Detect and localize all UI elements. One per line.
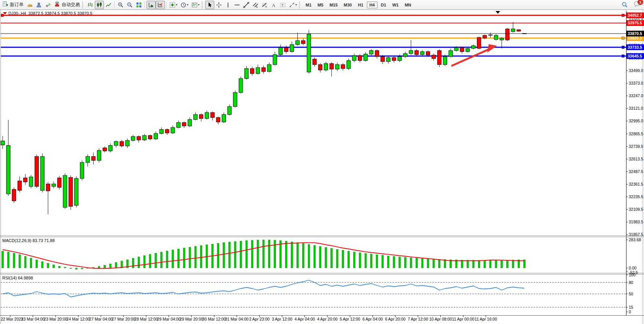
svg-text:15: 15 — [629, 305, 633, 310]
svg-text:32109.5: 32109.5 — [629, 207, 643, 212]
chart-title: DJ30-,H4 33872.5 33874.5 33870.5 33870.5 — [3, 11, 95, 16]
svg-text:32613.5: 32613.5 — [629, 157, 643, 161]
svg-text:11 Apr 00:00: 11 Apr 00:00 — [452, 317, 475, 321]
toolbar-right-group: 1 — [620, 1, 641, 9]
macd-panel: 283.680.00-52.5 — [2, 237, 641, 275]
text-button[interactable]: A — [269, 1, 278, 9]
fibonacci-icon: F — [261, 2, 268, 8]
auto-trading-label: 自动交易 — [62, 2, 80, 8]
clock-icon — [180, 2, 187, 8]
market-button[interactable] — [34, 1, 43, 9]
svg-text:31857.5: 31857.5 — [629, 232, 643, 237]
auto-scroll-button[interactable] — [147, 1, 156, 9]
chart-symbol-period: DJ30-,H4 — [8, 11, 26, 16]
candlestick-chart-button[interactable] — [95, 1, 104, 9]
arrows-icon — [289, 2, 295, 8]
cursor-button[interactable] — [205, 1, 214, 9]
svg-text:33499.0: 33499.0 — [629, 68, 643, 73]
trendline-icon — [243, 2, 249, 8]
svg-text:6 Apr 20:00: 6 Apr 20:00 — [385, 317, 406, 321]
time-axis[interactable]: 22 Mar 202323 Mar 04:0023 Mar 20:0024 Ma… — [1, 315, 497, 321]
horizontal-line-button[interactable] — [233, 1, 242, 9]
tab-timeframe-w1[interactable]: W1 — [390, 2, 402, 8]
template-icon — [191, 2, 198, 8]
price-axis[interactable]: 34002.033875.933750.033625.033499.033373… — [626, 18, 643, 237]
zoom-out-button[interactable] — [125, 1, 134, 9]
tile-windows-button[interactable] — [134, 1, 143, 9]
svg-text:32739.5: 32739.5 — [629, 144, 643, 149]
new-order-button[interactable]: 新订单 — [1, 1, 25, 9]
cursor-icon — [207, 2, 213, 8]
fibonacci-button[interactable]: F — [260, 1, 269, 9]
tab-timeframe-d1[interactable]: D1 — [378, 2, 389, 8]
vertical-line-button[interactable] — [223, 1, 233, 9]
svg-text:2 Apr 23:00: 2 Apr 23:00 — [249, 317, 270, 321]
toolbar-separator — [166, 1, 167, 9]
search-button[interactable] — [620, 1, 630, 9]
svg-text:50: 50 — [629, 292, 633, 296]
toolbar-grip[interactable] — [82, 2, 84, 8]
chevron-down-icon: ▾ — [176, 3, 177, 6]
trendline-button[interactable] — [242, 1, 251, 9]
zoom-out-icon — [127, 2, 133, 8]
svg-text:32487.5: 32487.5 — [629, 169, 643, 174]
svg-text:4 Apr 04:00: 4 Apr 04:00 — [295, 317, 315, 321]
periods-button[interactable]: ▾ — [179, 1, 190, 9]
arrows-button[interactable]: ▾ — [287, 1, 298, 9]
toolbar-grip[interactable] — [299, 2, 301, 8]
svg-text:29 Mar 04:00: 29 Mar 04:00 — [157, 317, 181, 321]
svg-text:7 Apr 12:00: 7 Apr 12:00 — [408, 317, 428, 321]
text-label-button[interactable]: T — [278, 1, 287, 9]
main-toolbar: 新订单 自动交易 ▾ — [0, 0, 644, 10]
signal-icon — [45, 2, 51, 8]
horizontal-lines-layer[interactable] — [1, 14, 626, 58]
indicators-button[interactable]: ▾ — [168, 1, 179, 9]
chart-canvas[interactable]: 34002.033875.933750.033625.033499.033373… — [0, 0, 644, 324]
notification-badge: 1 — [638, 0, 643, 5]
tab-timeframe-h1[interactable]: H1 — [355, 2, 366, 8]
svg-text:34052.7: 34052.7 — [628, 13, 642, 18]
templates-button[interactable]: ▾ — [190, 1, 201, 9]
toolbar-grip[interactable] — [202, 2, 204, 8]
crosshair-icon — [216, 2, 222, 8]
svg-text:F: F — [266, 6, 267, 8]
svg-text:33645.5: 33645.5 — [628, 54, 642, 58]
svg-text:27 Mar 04:00: 27 Mar 04:00 — [89, 317, 113, 321]
bar-chart-button[interactable] — [86, 1, 95, 9]
auto-trading-button[interactable]: 自动交易 — [53, 1, 81, 9]
line-chart-button[interactable] — [104, 1, 113, 9]
svg-text:10 Apr 08:00: 10 Apr 08:00 — [429, 317, 452, 321]
candlestick-chart-icon — [96, 2, 102, 8]
svg-text:4 Apr 20:00: 4 Apr 20:00 — [317, 317, 338, 321]
svg-text:5 Apr 12:00: 5 Apr 12:00 — [340, 317, 360, 321]
rsi-indicator-label: RSI(14) 64.9898 — [2, 276, 33, 280]
tab-timeframe-mn[interactable]: MN — [402, 2, 414, 8]
svg-text:29 Mar 20:00: 29 Mar 20:00 — [180, 317, 203, 321]
tab-timeframe-h4[interactable]: H4 — [367, 2, 378, 8]
text-label-icon: T — [280, 2, 286, 8]
svg-text:33121.0: 33121.0 — [629, 106, 643, 111]
styler-button[interactable] — [25, 1, 34, 9]
chart-shift-icon — [157, 2, 163, 8]
tab-timeframe-m5[interactable]: M5 — [315, 2, 326, 8]
svg-text:32865.5: 32865.5 — [629, 132, 643, 136]
candles-layer — [1, 22, 526, 214]
svg-text:0.00: 0.00 — [629, 266, 637, 270]
svg-text:E: E — [256, 5, 258, 8]
tab-timeframe-m1[interactable]: M1 — [303, 2, 314, 8]
zoom-in-button[interactable] — [116, 1, 125, 9]
notifications-button[interactable]: 1 — [633, 1, 641, 9]
text-a-icon: A — [271, 2, 277, 8]
auto-trading-icon — [54, 1, 60, 9]
toolbar-separator — [145, 1, 145, 9]
tab-timeframe-m30[interactable]: M30 — [341, 2, 354, 8]
svg-text:27 Mar 20:00: 27 Mar 20:00 — [112, 317, 135, 321]
signals-button[interactable] — [43, 1, 53, 9]
chart-shift-button[interactable] — [156, 1, 165, 9]
tab-timeframe-m15[interactable]: M15 — [327, 2, 340, 8]
equidistant-channel-button[interactable]: E — [251, 1, 260, 9]
new-order-icon — [2, 1, 8, 9]
crosshair-button[interactable] — [214, 1, 223, 9]
tile-windows-icon — [136, 2, 142, 8]
svg-text:3 Apr 12:00: 3 Apr 12:00 — [272, 317, 292, 321]
